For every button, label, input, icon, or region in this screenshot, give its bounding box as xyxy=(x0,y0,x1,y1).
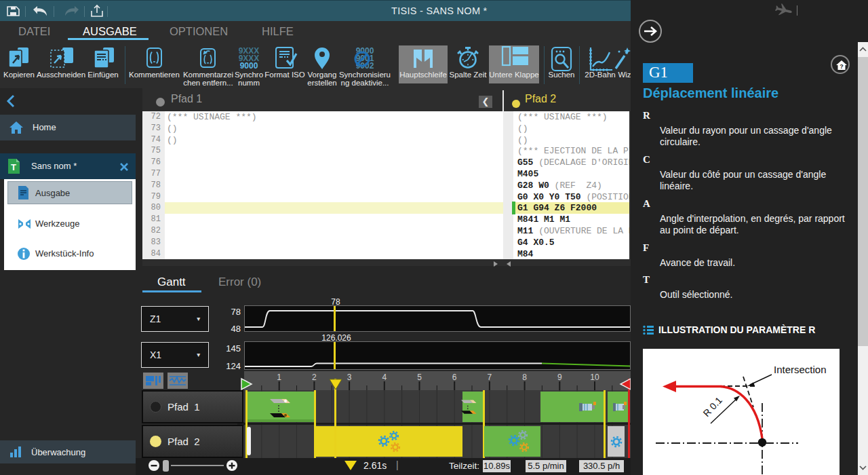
svg-text:Intersection: Intersection xyxy=(774,364,827,375)
svg-text:4: 4 xyxy=(382,373,387,382)
svg-text:5: 5 xyxy=(417,373,422,382)
svg-text:2: 2 xyxy=(312,373,317,382)
svg-text:9000: 9000 xyxy=(240,61,258,71)
svg-text:7: 7 xyxy=(488,373,492,382)
svg-text:R 0.1: R 0.1 xyxy=(701,395,724,419)
svg-text:8: 8 xyxy=(522,373,527,382)
svg-text:1: 1 xyxy=(277,373,281,382)
svg-text:?: ? xyxy=(840,63,844,70)
svg-text:3: 3 xyxy=(347,373,352,382)
svg-text:9: 9 xyxy=(557,373,562,382)
svg-text:T: T xyxy=(11,162,16,172)
svg-text:10: 10 xyxy=(590,373,599,382)
svg-text:6: 6 xyxy=(452,373,457,382)
